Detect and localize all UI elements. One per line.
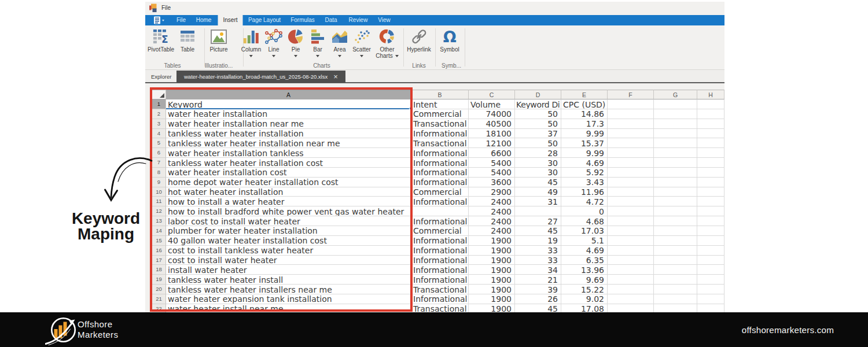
- cell-A6[interactable]: water heater installation tankless: [166, 148, 411, 158]
- cell-G13[interactable]: [654, 216, 697, 226]
- column-header-b[interactable]: B: [411, 90, 469, 99]
- cell-C7[interactable]: 5400: [469, 158, 515, 168]
- ribbon-tab-formulas[interactable]: Formulas: [285, 15, 320, 25]
- ribbon-tab-home[interactable]: Home: [191, 15, 217, 25]
- cell-C4[interactable]: 18100: [469, 129, 515, 139]
- ribbon-button-pie-chart[interactable]: Pie: [286, 28, 305, 57]
- cell-B20[interactable]: Transactional: [411, 285, 469, 294]
- fill-handle[interactable]: [409, 107, 412, 110]
- cell-G12[interactable]: [654, 206, 697, 216]
- cell-G6[interactable]: [654, 148, 697, 158]
- cell-G14[interactable]: [654, 226, 697, 236]
- cell-A22[interactable]: water heater install near me: [166, 304, 411, 312]
- cell-G15[interactable]: [654, 236, 697, 246]
- cell-A12[interactable]: how to install bradford white power vent…: [166, 206, 411, 216]
- cell-C2[interactable]: 74000: [469, 109, 515, 119]
- ribbon-button-bar-chart[interactable]: Bar: [308, 28, 327, 57]
- cell-A11[interactable]: how to install a water heater: [166, 197, 411, 206]
- cell-H22[interactable]: [697, 304, 724, 312]
- cell-F9[interactable]: [608, 178, 654, 187]
- cell-D5[interactable]: 50: [515, 138, 561, 148]
- select-all-corner[interactable]: [152, 90, 166, 99]
- cell-D15[interactable]: 19: [515, 236, 561, 246]
- cell-B19[interactable]: Informational: [411, 275, 469, 285]
- cell-D21[interactable]: 26: [515, 294, 561, 304]
- cell-A14[interactable]: plumber for water heater installation: [166, 226, 411, 236]
- cell-C5[interactable]: 12100: [469, 138, 515, 148]
- cell-A18[interactable]: install water heater: [166, 265, 411, 275]
- ribbon-tab-view[interactable]: View: [373, 15, 396, 25]
- cell-H21[interactable]: [697, 294, 724, 304]
- cell-F18[interactable]: [608, 265, 654, 275]
- cell-E3[interactable]: 17.3: [561, 119, 608, 129]
- cell-B18[interactable]: Informational: [411, 265, 469, 275]
- cell-H14[interactable]: [697, 226, 724, 236]
- cell-B12[interactable]: [411, 206, 469, 216]
- row-header-12[interactable]: 12: [152, 206, 166, 216]
- cell-E13[interactable]: 4.68: [561, 216, 608, 226]
- cell-A15[interactable]: 40 gallon water heater installation cost: [166, 236, 411, 246]
- cell-F1[interactable]: [608, 99, 654, 109]
- cell-F3[interactable]: [608, 119, 654, 129]
- cell-E7[interactable]: 4.69: [561, 158, 608, 168]
- cell-H18[interactable]: [697, 265, 724, 275]
- cell-B4[interactable]: Informational: [411, 129, 469, 139]
- cell-F8[interactable]: [608, 168, 654, 178]
- cell-E21[interactable]: 9.02: [561, 294, 608, 304]
- column-header-e[interactable]: E: [561, 90, 608, 99]
- cell-H1[interactable]: [697, 99, 724, 109]
- row-header-15[interactable]: 15: [152, 236, 166, 246]
- cell-A5[interactable]: tankless water heater installation near …: [166, 138, 411, 148]
- cell-E2[interactable]: 14.86: [561, 109, 608, 119]
- cell-H8[interactable]: [697, 168, 724, 178]
- cell-A20[interactable]: tankless water heater installers near me: [166, 285, 411, 294]
- cell-C10[interactable]: 2900: [469, 187, 515, 197]
- cell-C17[interactable]: 1900: [469, 256, 515, 265]
- cell-B22[interactable]: Transactional: [411, 304, 469, 312]
- cell-A3[interactable]: water heater installation near me: [166, 119, 411, 129]
- cell-F17[interactable]: [608, 256, 654, 265]
- row-header-13[interactable]: 13: [152, 216, 166, 226]
- row-header-19[interactable]: 19: [152, 275, 166, 285]
- cell-A10[interactable]: hot water heater installation: [166, 187, 411, 197]
- cell-C21[interactable]: 1900: [469, 294, 515, 304]
- cell-E6[interactable]: 9.99: [561, 148, 608, 158]
- cell-H9[interactable]: [697, 178, 724, 187]
- column-header-f[interactable]: F: [608, 90, 654, 99]
- cell-D22[interactable]: 45: [515, 304, 561, 312]
- cell-A21[interactable]: water heater expansion tank installation: [166, 294, 411, 304]
- cell-C19[interactable]: 1900: [469, 275, 515, 285]
- row-header-4[interactable]: 4: [152, 129, 166, 139]
- cell-F16[interactable]: [608, 246, 654, 256]
- cell-G10[interactable]: [654, 187, 697, 197]
- cell-E5[interactable]: 15.37: [561, 138, 608, 148]
- cell-H19[interactable]: [697, 275, 724, 285]
- cell-C20[interactable]: 1900: [469, 285, 515, 294]
- ribbon-button-other-charts[interactable]: Other Charts: [374, 28, 400, 59]
- cell-H17[interactable]: [697, 256, 724, 265]
- cell-F6[interactable]: [608, 148, 654, 158]
- cell-F13[interactable]: [608, 216, 654, 226]
- row-header-11[interactable]: 11: [152, 197, 166, 206]
- cell-B21[interactable]: Informational: [411, 294, 469, 304]
- cell-A2[interactable]: water heater installation: [166, 109, 411, 119]
- ribbon-tab-review[interactable]: Review: [344, 15, 373, 25]
- cell-C11[interactable]: 2400: [469, 197, 515, 206]
- cell-G17[interactable]: [654, 256, 697, 265]
- cell-F2[interactable]: [608, 109, 654, 119]
- cell-D11[interactable]: 31: [515, 197, 561, 206]
- cell-E12[interactable]: 0: [561, 206, 608, 216]
- ribbon-button-column-chart[interactable]: Column: [241, 28, 261, 57]
- cell-D7[interactable]: 30: [515, 158, 561, 168]
- cell-D1[interactable]: Keyword Di: [515, 99, 561, 109]
- ribbon-button-scatter-chart[interactable]: Scatter: [352, 28, 371, 57]
- cell-G7[interactable]: [654, 158, 697, 168]
- cell-E20[interactable]: 15.22: [561, 285, 608, 294]
- row-header-20[interactable]: 20: [152, 285, 166, 294]
- row-header-17[interactable]: 17: [152, 256, 166, 265]
- cell-B17[interactable]: Informational: [411, 256, 469, 265]
- cell-C12[interactable]: 2400: [469, 206, 515, 216]
- ribbon-button-pivottable[interactable]: Σ PivotTable: [148, 28, 174, 53]
- cell-A9[interactable]: home depot water heater installation cos…: [166, 178, 411, 187]
- cell-G2[interactable]: [654, 109, 697, 119]
